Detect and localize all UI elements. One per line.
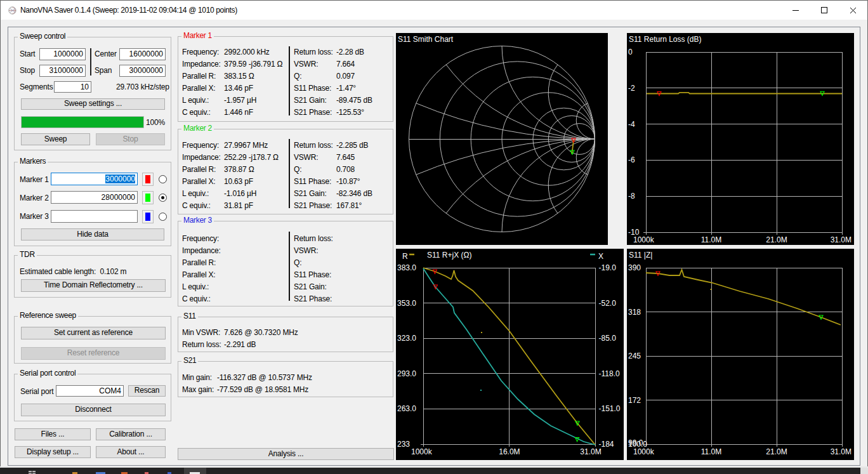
svg-text:11.0M: 11.0M xyxy=(701,447,721,456)
svg-text:233: 233 xyxy=(397,440,410,449)
svg-text:1000k: 1000k xyxy=(633,235,655,244)
svg-text:245: 245 xyxy=(628,352,641,360)
svg-text:1000k: 1000k xyxy=(411,447,433,456)
svg-text:31.0M: 31.0M xyxy=(831,235,852,244)
svg-text:-118.0: -118.0 xyxy=(599,369,620,378)
svg-text:172: 172 xyxy=(628,396,641,405)
svg-text:-52.0: -52.0 xyxy=(599,299,617,308)
svg-text:-151.0: -151.0 xyxy=(599,404,621,413)
svg-text:21.0M: 21.0M xyxy=(766,235,787,244)
svg-text:318: 318 xyxy=(628,308,641,317)
svg-text:-19.0: -19.0 xyxy=(599,263,617,272)
svg-text:S11 R+jX (Ω): S11 R+jX (Ω) xyxy=(427,251,471,260)
svg-text:-6: -6 xyxy=(628,155,635,164)
svg-text:383.0: 383.0 xyxy=(397,263,416,272)
svg-text:S11 Smith Chart: S11 Smith Chart xyxy=(398,35,454,44)
svg-text:263.0: 263.0 xyxy=(397,404,416,413)
svg-text:-8: -8 xyxy=(628,192,635,201)
svg-text:11.0M: 11.0M xyxy=(701,235,721,244)
svg-text:21.0M: 21.0M xyxy=(766,447,787,456)
svg-text:R: R xyxy=(402,252,408,261)
svg-text:353.0: 353.0 xyxy=(397,299,416,308)
svg-text:99.0: 99.0 xyxy=(628,438,643,447)
svg-text:1000k: 1000k xyxy=(633,447,655,456)
svg-text:390: 390 xyxy=(628,263,641,272)
svg-text:31.0M: 31.0M xyxy=(831,447,852,456)
svg-text:-2: -2 xyxy=(628,84,635,93)
svg-text:X: X xyxy=(598,252,603,261)
svg-text:S11 Return Loss (dB): S11 Return Loss (dB) xyxy=(629,35,702,44)
svg-text:0: 0 xyxy=(628,48,633,56)
svg-text:-4: -4 xyxy=(628,120,635,129)
svg-text:-85.0: -85.0 xyxy=(599,334,617,343)
svg-text:16.0M: 16.0M xyxy=(499,447,520,456)
svg-text:S11 |Z|: S11 |Z| xyxy=(629,251,652,260)
svg-text:293.0: 293.0 xyxy=(397,369,416,378)
svg-text:323.0: 323.0 xyxy=(397,334,416,343)
svg-text:31.0M: 31.0M xyxy=(580,447,601,456)
